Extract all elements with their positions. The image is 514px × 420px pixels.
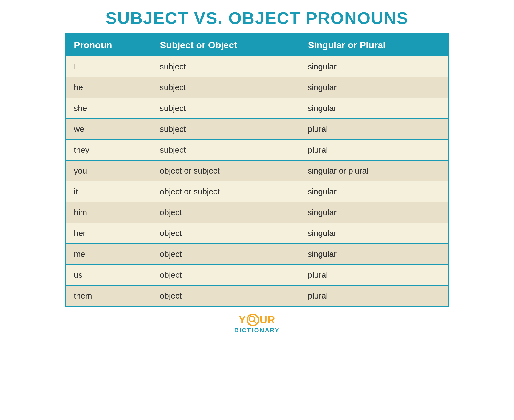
- logo-magnifier-icon: [247, 314, 259, 326]
- table-cell: subject: [152, 77, 300, 98]
- table-cell: I: [66, 56, 152, 77]
- table-header-cell: Singular or Plural: [300, 34, 448, 56]
- table-cell: she: [66, 98, 152, 119]
- table-cell: they: [66, 140, 152, 160]
- table-cell: her: [66, 223, 152, 244]
- table-row: hesubjectsingular: [66, 77, 448, 98]
- svg-line-1: [254, 321, 256, 324]
- table-header-row: PronounSubject or ObjectSingular or Plur…: [66, 34, 448, 56]
- page-container: SUBJECT VS. OBJECT PRONOUNS PronounSubje…: [65, 8, 449, 337]
- table-cell: object: [152, 244, 300, 265]
- table-cell: them: [66, 285, 152, 306]
- table-row: usobjectplural: [66, 265, 448, 285]
- table-cell: singular: [300, 98, 448, 119]
- table-cell: him: [66, 202, 152, 223]
- table-cell: we: [66, 119, 152, 140]
- footer: Y UR DICTIONARY: [65, 314, 449, 337]
- table-row: theysubjectplural: [66, 140, 448, 160]
- table-row: meobjectsingular: [66, 244, 448, 265]
- table-row: himobjectsingular: [66, 202, 448, 223]
- table-header-cell: Subject or Object: [152, 34, 300, 56]
- table-cell: singular: [300, 181, 448, 202]
- table-cell: he: [66, 77, 152, 98]
- table-cell: you: [66, 160, 152, 181]
- logo-your-text: Y: [239, 314, 246, 326]
- pronouns-table: PronounSubject or ObjectSingular or Plur…: [66, 34, 448, 306]
- logo-ur-text: UR: [260, 314, 275, 326]
- table-cell: object or subject: [152, 160, 300, 181]
- table-cell: subject: [152, 119, 300, 140]
- table-cell: singular: [300, 77, 448, 98]
- table-row: herobjectsingular: [66, 223, 448, 244]
- table-cell: me: [66, 244, 152, 265]
- table-cell: plural: [300, 119, 448, 140]
- table-cell: object: [152, 223, 300, 244]
- table-cell: us: [66, 265, 152, 285]
- page-title: SUBJECT VS. OBJECT PRONOUNS: [65, 8, 449, 28]
- table-cell: singular: [300, 202, 448, 223]
- table-row: themobjectplural: [66, 285, 448, 306]
- table-row: shesubjectsingular: [66, 98, 448, 119]
- table-cell: object: [152, 265, 300, 285]
- logo-dictionary-text: DICTIONARY: [234, 327, 280, 334]
- table-row: itobject or subjectsingular: [66, 181, 448, 202]
- table-row: Isubjectsingular: [66, 56, 448, 77]
- table-cell: subject: [152, 140, 300, 160]
- table-cell: subject: [152, 56, 300, 77]
- logo: Y UR DICTIONARY: [234, 314, 280, 334]
- table-row: youobject or subjectsingular or plural: [66, 160, 448, 181]
- logo-top: Y UR: [239, 314, 275, 326]
- table-cell: singular: [300, 223, 448, 244]
- table-cell: plural: [300, 140, 448, 160]
- table-cell: subject: [152, 98, 300, 119]
- table-cell: object: [152, 202, 300, 223]
- table-wrapper: PronounSubject or ObjectSingular or Plur…: [65, 33, 449, 307]
- table-row: wesubjectplural: [66, 119, 448, 140]
- table-cell: object: [152, 285, 300, 306]
- table-cell: plural: [300, 265, 448, 285]
- table-cell: singular or plural: [300, 160, 448, 181]
- table-header-cell: Pronoun: [66, 34, 152, 56]
- table-cell: singular: [300, 56, 448, 77]
- table-cell: singular: [300, 244, 448, 265]
- table-cell: object or subject: [152, 181, 300, 202]
- table-cell: plural: [300, 285, 448, 306]
- table-cell: it: [66, 181, 152, 202]
